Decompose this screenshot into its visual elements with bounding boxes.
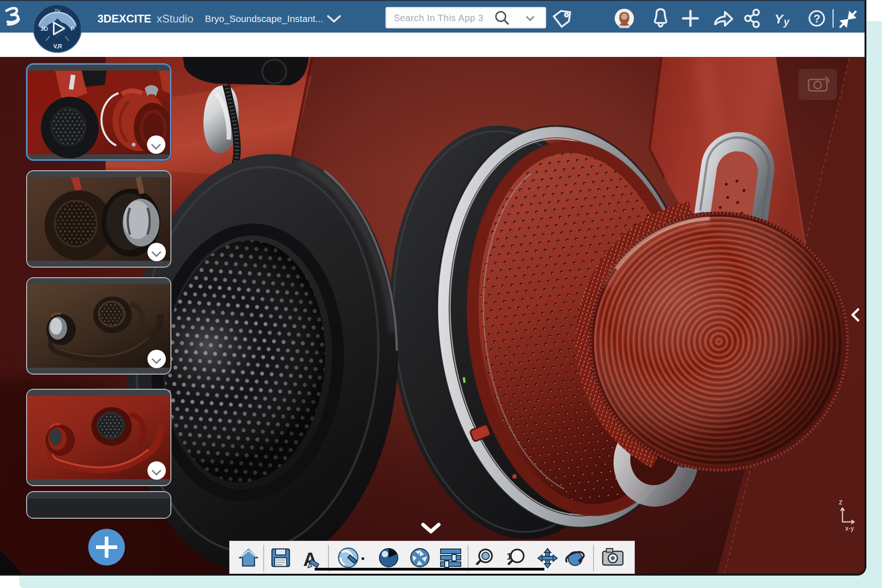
svg-text:Y: Y [775, 12, 784, 26]
svg-text:P: P [71, 25, 75, 32]
svg-text:3DEXCITE: 3DEXCITE [97, 12, 151, 25]
svg-text:y: y [783, 16, 790, 28]
svg-text:x-y: x-y [845, 525, 854, 532]
svg-text:Yy: Yy [54, 8, 61, 13]
svg-text:3D: 3D [40, 25, 48, 32]
svg-text:?: ? [814, 12, 820, 25]
svg-text:V,R: V,R [53, 43, 62, 50]
svg-text:z: z [839, 498, 842, 506]
svg-text:1: 1 [507, 551, 512, 561]
svg-text:xStudio: xStudio [157, 12, 193, 25]
svg-text:Bryo_Soundscape_Instant...: Bryo_Soundscape_Instant... [205, 13, 323, 24]
